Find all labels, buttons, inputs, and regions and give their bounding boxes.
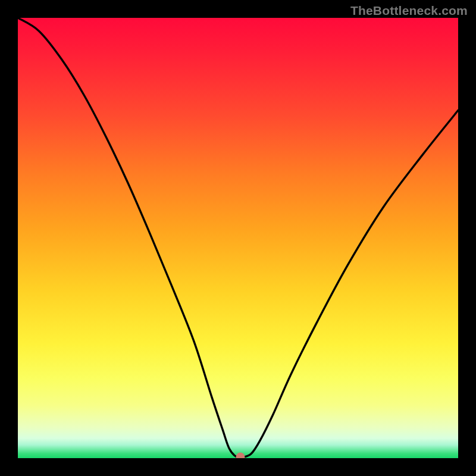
- watermark-text: TheBottleneck.com: [350, 4, 468, 18]
- minimum-marker: [236, 452, 245, 458]
- bottleneck-curve: [18, 18, 458, 458]
- plot-area: [18, 18, 458, 458]
- chart-frame: TheBottleneck.com: [0, 0, 476, 476]
- curve-svg: [18, 18, 458, 458]
